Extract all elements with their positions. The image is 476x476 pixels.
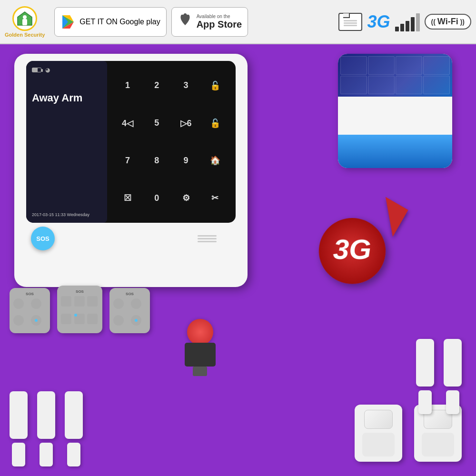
alarm-screen: ◕ Away Arm 2017-03-15 11:33 Wednesday 1 … [26, 61, 236, 223]
wifi-wave-icon: (( [431, 18, 436, 26]
logo-icon [12, 6, 37, 31]
solar-siren-device [328, 54, 462, 206]
app-store-small-label: Available on the [197, 14, 242, 19]
app-store-label: App Store [197, 19, 242, 30]
app-store-badge[interactable]: Available on the App Store [171, 7, 248, 37]
key-delete[interactable]: ☒ [118, 188, 137, 208]
door-sensor-right-small-1 [418, 390, 432, 414]
solar-cell-3 [396, 56, 422, 75]
remote-3-buttons [113, 298, 146, 329]
logo-text: Golden Security [5, 32, 45, 38]
remote-control-1: SOS [10, 288, 50, 333]
key-lock2[interactable]: 🔓 [206, 114, 225, 133]
key-scissors[interactable]: ✂ [206, 188, 225, 208]
key-lock1[interactable]: 🔓 [206, 76, 225, 95]
solar-cell-7 [396, 76, 422, 94]
lcd-status-bar: ◕ [32, 67, 101, 73]
speaker-icon [198, 235, 217, 242]
google-play-label: Google play [119, 18, 160, 26]
remote-btn-4[interactable] [31, 315, 41, 326]
remote-1-label: SOS [26, 292, 34, 296]
solar-cell-1 [340, 56, 367, 75]
3g-badge-text: 3G [333, 233, 372, 266]
door-sensors-right [416, 339, 462, 414]
pir-body-2 [422, 433, 454, 456]
solar-panel [338, 54, 452, 97]
remote-btn-3[interactable] [13, 315, 24, 326]
svg-point-2 [23, 15, 27, 19]
remote-3-btn-4[interactable] [131, 315, 141, 326]
door-sensor-pair-1 [10, 391, 28, 466]
remote-2-btn-4[interactable] [61, 314, 71, 324]
siren-blue-fill [338, 135, 452, 168]
remote-3-btn-1[interactable] [113, 298, 124, 309]
remote-2-label: SOS [76, 289, 84, 294]
remote-3-label: SOS [126, 292, 134, 296]
wifi-wave-right-icon: )) [460, 18, 465, 26]
siren-black-base [185, 343, 216, 367]
key-9[interactable]: 9 [177, 151, 196, 170]
door-sensor-small-1 [12, 443, 25, 466]
lcd-main-text: Away Arm [32, 91, 101, 105]
key-8[interactable]: 8 [147, 151, 166, 170]
sos-button[interactable]: SOS [31, 227, 55, 250]
remote-2-btn-3[interactable] [87, 296, 98, 307]
svg-point-7 [183, 13, 187, 18]
remote-2-btn-6[interactable] [87, 314, 98, 324]
door-window-sensors [10, 391, 83, 466]
sim-card-icon [338, 13, 362, 31]
siren-mount [193, 367, 207, 376]
lcd-wifi-icon: ◕ [45, 67, 50, 73]
remote-controls-row: SOS SOS [10, 286, 150, 333]
wifi-label: Wi-Fi [437, 17, 458, 27]
keypad: 1 2 3 🔓 4◁ 5 ▷6 🔓 7 8 9 🏠 ☒ 0 ⚙ ✂ [107, 61, 236, 223]
remote-btn-1[interactable] [13, 298, 24, 309]
indoor-siren-device [181, 319, 219, 376]
solar-cell-2 [368, 56, 395, 75]
door-sensor-large-3 [65, 391, 83, 439]
remote-3-btn-2[interactable] [131, 298, 141, 309]
key-7[interactable]: 7 [118, 151, 137, 170]
lcd-display: ◕ Away Arm 2017-03-15 11:33 Wednesday [26, 61, 107, 223]
wifi-badge: (( Wi-Fi )) [425, 14, 471, 30]
remote-3-btn-3[interactable] [113, 315, 124, 326]
remote-2-btn-2[interactable] [74, 296, 85, 307]
google-play-badge[interactable]: GET IT ON Google play [54, 7, 166, 37]
siren-red-dome [187, 319, 213, 345]
key-6[interactable]: ▷6 [177, 114, 196, 133]
apple-icon [178, 13, 193, 31]
key-2[interactable]: 2 [147, 76, 166, 95]
door-sensor-pair-2 [37, 391, 55, 466]
door-sensor-right-1 [416, 339, 434, 414]
key-settings[interactable]: ⚙ [177, 188, 196, 208]
lcd-date-text: 2017-03-15 11:33 Wednesday [32, 212, 101, 217]
connectivity-area: 3G (( Wi-Fi )) [338, 12, 471, 32]
logo-area: Golden Security [5, 6, 45, 38]
key-1[interactable]: 1 [118, 76, 137, 95]
pir-body-1 [362, 433, 394, 456]
door-sensor-right-large-1 [416, 339, 434, 387]
remote-control-3: SOS [109, 288, 150, 333]
remote-2-btn-5[interactable] [74, 314, 85, 324]
key-home[interactable]: 🏠 [206, 151, 225, 170]
remote-2-buttons [61, 296, 99, 329]
alarm-panel-bottom: SOS [21, 223, 240, 254]
siren-white-body [338, 97, 452, 135]
solar-cell-5 [340, 76, 367, 94]
solar-cell-6 [368, 76, 395, 94]
remote-2-btn-1[interactable] [61, 296, 71, 307]
key-0[interactable]: 0 [147, 188, 166, 208]
door-sensor-right-2 [444, 339, 462, 414]
signal-bars-icon [395, 12, 420, 31]
remote-btn-2[interactable] [31, 298, 41, 309]
key-3[interactable]: 3 [177, 76, 196, 95]
pir-lens-1 [364, 410, 393, 429]
door-sensor-small-2 [40, 443, 53, 466]
main-content: ◕ Away Arm 2017-03-15 11:33 Wednesday 1 … [0, 44, 476, 476]
key-4[interactable]: 4◁ [118, 114, 137, 133]
door-sensor-small-3 [67, 443, 80, 466]
remote-control-2: SOS [57, 286, 102, 333]
svg-rect-1 [22, 19, 27, 25]
alarm-panel-device: ◕ Away Arm 2017-03-15 11:33 Wednesday 1 … [14, 54, 248, 287]
key-5[interactable]: 5 [147, 114, 166, 133]
